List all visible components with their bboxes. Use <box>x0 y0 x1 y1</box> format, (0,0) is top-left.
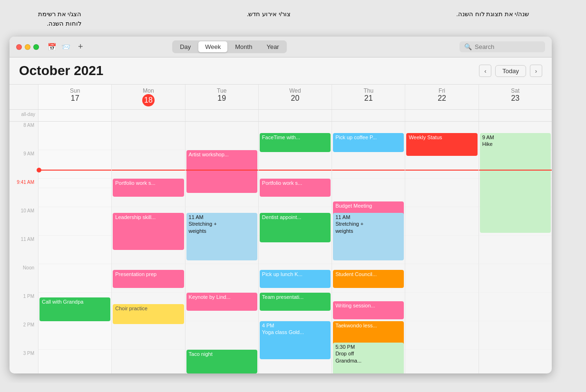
hour-11 <box>39 207 111 236</box>
hour-8 <box>112 122 185 150</box>
day-header-sat: Sat 23 <box>479 85 552 109</box>
search-input[interactable] <box>475 43 532 50</box>
hour-4 <box>39 350 111 373</box>
event-facetime[interactable]: FaceTime with... <box>260 133 331 152</box>
all-day-wed <box>258 110 332 121</box>
hour-1 <box>405 264 478 293</box>
minimize-button[interactable] <box>25 44 30 50</box>
event-team-presentation[interactable]: Team presentati... <box>260 293 331 311</box>
hour-11 <box>405 207 478 236</box>
hour-9-41 <box>39 179 111 188</box>
day-header-thu: Thu 21 <box>332 85 405 109</box>
tab-year[interactable]: Year <box>260 41 285 52</box>
current-time-line-fri <box>405 170 478 171</box>
event-yoga[interactable]: 4 PMYoga class Gold... <box>260 321 331 359</box>
event-call-grandpa[interactable]: Call with Grandpa <box>39 297 110 321</box>
day-column-mon: Portfolio work s... Leadership skill... … <box>111 122 185 373</box>
annotation-calendars: הצג/י את רשימתלוחות השנה. <box>38 10 81 28</box>
event-dropoff[interactable]: 5:30 PMDrop offGrandma... <box>333 343 404 373</box>
event-portfolio-mon[interactable]: Portfolio work s... <box>113 179 184 197</box>
day-column-thu: Pick up coffee P... Budget Meeting 11 AM… <box>332 122 405 373</box>
time-label-3pm: 3 PM <box>10 350 38 373</box>
time-label-8am: 8 AM <box>10 122 38 150</box>
all-day-fri <box>405 110 478 121</box>
event-dentist[interactable]: Dentist appoint... <box>260 213 331 242</box>
hour-3 <box>186 321 258 350</box>
all-day-tue <box>185 110 258 121</box>
day-column-tue: Artist workshop... 11 AMStretching +weig… <box>185 122 258 373</box>
fullscreen-button[interactable] <box>33 44 39 50</box>
event-portfolio-wed[interactable]: Portfolio work s... <box>260 179 331 197</box>
event-artist-workshop[interactable]: Artist workshop... <box>186 150 257 193</box>
event-stretching-thu[interactable]: 11 AMStretching +weights <box>333 213 404 260</box>
hour-8 <box>39 122 111 150</box>
day-number: 23 <box>479 94 552 103</box>
event-student-council[interactable]: Student Council... <box>333 270 404 288</box>
all-day-label: all-day <box>10 110 38 121</box>
inbox-icon[interactable]: 📨 <box>61 43 70 51</box>
close-button[interactable] <box>16 44 22 50</box>
event-choir[interactable]: Choir practice <box>113 304 184 324</box>
day-number: 17 <box>39 94 111 103</box>
day-number: 21 <box>332 94 405 103</box>
current-time-line-thu <box>332 170 405 171</box>
time-label-9am: 9 AM <box>10 150 38 179</box>
event-presentation-prep[interactable]: Presentation prep <box>113 270 184 288</box>
prev-button[interactable]: ‹ <box>479 65 491 77</box>
day-number-today: 18 <box>142 94 155 106</box>
hour-10 <box>39 188 111 207</box>
day-column-sat: 9 AMHike 7 PM 7 PM <box>479 122 552 373</box>
event-pickup-lunch[interactable]: Pick up lunch K... <box>260 270 331 288</box>
days-header: Sun 17 Mon 18 Tue 19 Wed 20 Thu 21 Fri 2… <box>10 85 552 110</box>
event-hike[interactable]: 9 AMHike <box>480 133 551 233</box>
today-button[interactable]: Today <box>495 65 526 77</box>
add-event-button[interactable]: + <box>78 42 83 52</box>
current-time-line-wed <box>259 170 332 171</box>
hour-1 <box>186 264 258 293</box>
event-writing-session[interactable]: Writing session... <box>333 301 404 319</box>
hour-3 <box>112 321 185 350</box>
event-leadership[interactable]: Leadership skill... <box>113 213 184 250</box>
day-header-mon: Mon 18 <box>111 85 185 109</box>
event-weekly-status[interactable]: Weekly Status <box>406 133 477 156</box>
all-day-thu <box>332 110 405 121</box>
tab-day[interactable]: Day <box>173 41 197 52</box>
day-name: Tue <box>186 87 258 94</box>
time-label-11am: 11 AM <box>10 236 38 264</box>
tab-week[interactable]: Week <box>198 41 227 52</box>
calendar-list-icon[interactable]: 📅 <box>48 43 57 51</box>
time-labels: 8 AM 9 AM 9:41 AM 10 AM 11 AM Noon 1 PM … <box>10 122 38 373</box>
hour-3 <box>479 321 552 350</box>
event-pickup-coffee[interactable]: Pick up coffee P... <box>333 133 404 152</box>
annotation-view: שנה/י את תצוגת לוח השנה. <box>456 10 529 28</box>
time-gutter-header <box>10 85 38 109</box>
calendar-window: 📅 📨 + Day Week Month Year 🔍 October 2021… <box>10 37 552 373</box>
hour-10 <box>405 179 478 207</box>
current-time-line-mon <box>112 170 185 171</box>
day-number: 19 <box>186 94 258 103</box>
tab-month[interactable]: Month <box>228 41 259 52</box>
search-box: 🔍 <box>459 41 545 52</box>
nav-buttons: ‹ Today › <box>479 65 542 77</box>
next-button[interactable]: › <box>530 65 542 77</box>
day-name: Sun <box>39 87 111 94</box>
year-val: 2021 <box>74 63 103 78</box>
event-keynote[interactable]: Keynote by Lind... <box>186 293 257 311</box>
all-day-mon <box>111 110 185 121</box>
current-time-line-tue <box>186 170 258 171</box>
all-day-sat <box>479 110 552 121</box>
day-header-wed: Wed 20 <box>258 85 332 109</box>
day-name: Mon <box>112 87 185 94</box>
hour-4 <box>112 350 185 373</box>
toolbar-icons: 📅 📨 <box>48 43 70 51</box>
hour-2 <box>405 293 478 321</box>
day-header-sun: Sun 17 <box>38 85 111 109</box>
current-time-line-sat <box>479 170 552 171</box>
event-stretching-tue[interactable]: 11 AMStretching +weights <box>186 213 257 260</box>
hour-4 <box>405 350 478 373</box>
hour-9 <box>259 150 332 179</box>
current-time-line-sun <box>39 170 111 171</box>
event-taco-night[interactable]: Taco night <box>186 350 257 373</box>
current-time-dot-sun <box>37 168 41 172</box>
day-number: 22 <box>405 94 478 103</box>
